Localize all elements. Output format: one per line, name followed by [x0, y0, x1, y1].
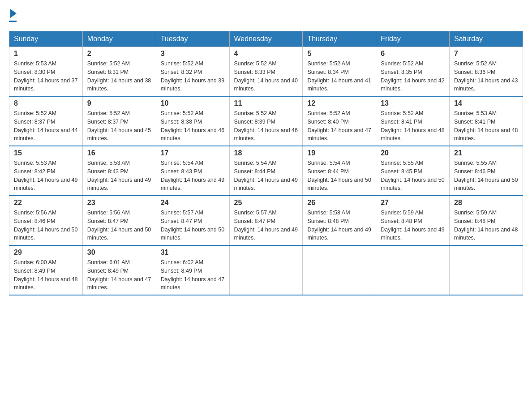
day-info: Sunrise: 5:53 AM Sunset: 8:42 PM Dayligh… — [14, 159, 78, 193]
calendar-cell: 3 Sunrise: 5:52 AM Sunset: 8:32 PM Dayli… — [156, 47, 229, 97]
day-info: Sunrise: 5:59 AM Sunset: 8:48 PM Dayligh… — [381, 209, 445, 242]
calendar-cell: 28 Sunrise: 5:59 AM Sunset: 8:48 PM Dayl… — [450, 196, 523, 245]
day-info: Sunrise: 5:53 AM Sunset: 8:30 PM Dayligh… — [14, 60, 78, 93]
day-number: 26 — [307, 199, 371, 207]
day-number: 5 — [307, 50, 371, 58]
week-row-3: 15 Sunrise: 5:53 AM Sunset: 8:42 PM Dayl… — [9, 146, 523, 196]
calendar-cell: 5 Sunrise: 5:52 AM Sunset: 8:34 PM Dayli… — [303, 47, 376, 97]
day-number: 4 — [234, 50, 298, 58]
day-info: Sunrise: 5:56 AM Sunset: 8:46 PM Dayligh… — [14, 209, 78, 242]
calendar-cell: 20 Sunrise: 5:55 AM Sunset: 8:45 PM Dayl… — [376, 146, 450, 196]
day-number: 17 — [161, 149, 225, 157]
day-info: Sunrise: 5:54 AM Sunset: 8:44 PM Dayligh… — [234, 159, 298, 193]
week-row-1: 1 Sunrise: 5:53 AM Sunset: 8:30 PM Dayli… — [9, 47, 523, 97]
day-info: Sunrise: 5:56 AM Sunset: 8:47 PM Dayligh… — [87, 209, 151, 242]
day-number: 19 — [307, 149, 371, 157]
day-info: Sunrise: 5:53 AM Sunset: 8:43 PM Dayligh… — [87, 159, 151, 193]
week-row-5: 29 Sunrise: 6:00 AM Sunset: 8:49 PM Dayl… — [9, 245, 523, 295]
day-info: Sunrise: 5:52 AM Sunset: 8:37 PM Dayligh… — [14, 109, 78, 143]
calendar-header-row: Sunday Monday Tuesday Wednesday Thursday… — [9, 31, 523, 47]
day-info: Sunrise: 5:52 AM Sunset: 8:41 PM Dayligh… — [381, 109, 445, 143]
day-number: 20 — [381, 149, 445, 157]
day-info: Sunrise: 5:57 AM Sunset: 8:47 PM Dayligh… — [234, 209, 298, 242]
calendar-cell: 16 Sunrise: 5:53 AM Sunset: 8:43 PM Dayl… — [82, 146, 156, 196]
day-number: 25 — [234, 199, 298, 207]
day-info: Sunrise: 5:52 AM Sunset: 8:31 PM Dayligh… — [87, 60, 151, 93]
calendar-cell: 4 Sunrise: 5:52 AM Sunset: 8:33 PM Dayli… — [229, 47, 303, 97]
logo-arrow-icon — [10, 9, 17, 18]
day-info: Sunrise: 5:54 AM Sunset: 8:43 PM Dayligh… — [161, 159, 225, 193]
calendar-cell: 23 Sunrise: 5:56 AM Sunset: 8:47 PM Dayl… — [82, 196, 156, 245]
calendar-cell: 25 Sunrise: 5:57 AM Sunset: 8:47 PM Dayl… — [229, 196, 303, 245]
day-number: 31 — [161, 248, 225, 257]
day-info: Sunrise: 5:52 AM Sunset: 8:38 PM Dayligh… — [161, 109, 225, 143]
day-number: 15 — [14, 149, 78, 157]
day-info: Sunrise: 5:52 AM Sunset: 8:40 PM Dayligh… — [307, 109, 371, 143]
day-number: 9 — [87, 99, 151, 107]
week-row-2: 8 Sunrise: 5:52 AM Sunset: 8:37 PM Dayli… — [9, 96, 523, 146]
calendar-cell: 2 Sunrise: 5:52 AM Sunset: 8:31 PM Dayli… — [82, 47, 156, 97]
day-number: 28 — [454, 199, 518, 207]
col-monday: Monday — [82, 31, 156, 47]
day-number: 18 — [234, 149, 298, 157]
day-info: Sunrise: 6:00 AM Sunset: 8:49 PM Dayligh… — [14, 258, 78, 292]
calendar-cell: 18 Sunrise: 5:54 AM Sunset: 8:44 PM Dayl… — [229, 146, 303, 196]
calendar-cell: 1 Sunrise: 5:53 AM Sunset: 8:30 PM Dayli… — [9, 47, 83, 97]
calendar-cell: 14 Sunrise: 5:53 AM Sunset: 8:41 PM Dayl… — [450, 96, 523, 146]
calendar-cell: 22 Sunrise: 5:56 AM Sunset: 8:46 PM Dayl… — [9, 196, 83, 245]
day-info: Sunrise: 5:57 AM Sunset: 8:47 PM Dayligh… — [161, 209, 225, 242]
day-info: Sunrise: 6:01 AM Sunset: 8:49 PM Dayligh… — [87, 258, 151, 292]
day-number: 30 — [87, 248, 151, 257]
day-info: Sunrise: 5:54 AM Sunset: 8:44 PM Dayligh… — [307, 159, 371, 193]
day-info: Sunrise: 5:52 AM Sunset: 8:33 PM Dayligh… — [234, 60, 298, 93]
day-info: Sunrise: 5:52 AM Sunset: 8:39 PM Dayligh… — [234, 109, 298, 143]
calendar-cell: 19 Sunrise: 5:54 AM Sunset: 8:44 PM Dayl… — [303, 146, 376, 196]
col-sunday: Sunday — [9, 31, 83, 47]
day-info: Sunrise: 5:52 AM Sunset: 8:32 PM Dayligh… — [161, 60, 225, 93]
day-number: 6 — [381, 50, 445, 58]
calendar-cell — [229, 245, 303, 295]
day-info: Sunrise: 5:58 AM Sunset: 8:48 PM Dayligh… — [307, 209, 371, 242]
day-info: Sunrise: 5:52 AM Sunset: 8:37 PM Dayligh… — [87, 109, 151, 143]
week-row-4: 22 Sunrise: 5:56 AM Sunset: 8:46 PM Dayl… — [9, 196, 523, 245]
calendar-table: Sunday Monday Tuesday Wednesday Thursday… — [9, 31, 523, 295]
day-number: 12 — [307, 99, 371, 107]
col-thursday: Thursday — [303, 31, 376, 47]
day-number: 3 — [161, 50, 225, 58]
col-tuesday: Tuesday — [156, 31, 229, 47]
calendar-cell: 27 Sunrise: 5:59 AM Sunset: 8:48 PM Dayl… — [376, 196, 450, 245]
day-info: Sunrise: 6:02 AM Sunset: 8:49 PM Dayligh… — [161, 258, 225, 292]
day-number: 27 — [381, 199, 445, 207]
day-number: 2 — [87, 50, 151, 58]
day-number: 24 — [161, 199, 225, 207]
day-info: Sunrise: 5:55 AM Sunset: 8:45 PM Dayligh… — [381, 159, 445, 193]
calendar-cell: 11 Sunrise: 5:52 AM Sunset: 8:39 PM Dayl… — [229, 96, 303, 146]
calendar-cell: 29 Sunrise: 6:00 AM Sunset: 8:49 PM Dayl… — [9, 245, 83, 295]
day-number: 1 — [14, 50, 78, 58]
col-friday: Friday — [376, 31, 450, 47]
calendar-cell: 10 Sunrise: 5:52 AM Sunset: 8:38 PM Dayl… — [156, 96, 229, 146]
calendar-cell: 8 Sunrise: 5:52 AM Sunset: 8:37 PM Dayli… — [9, 96, 83, 146]
calendar-cell: 9 Sunrise: 5:52 AM Sunset: 8:37 PM Dayli… — [82, 96, 156, 146]
day-number: 23 — [87, 199, 151, 207]
day-number: 29 — [14, 248, 78, 257]
day-number: 21 — [454, 149, 518, 157]
day-info: Sunrise: 5:52 AM Sunset: 8:34 PM Dayligh… — [307, 60, 371, 93]
calendar-cell: 6 Sunrise: 5:52 AM Sunset: 8:35 PM Dayli… — [376, 47, 450, 97]
calendar-cell: 24 Sunrise: 5:57 AM Sunset: 8:47 PM Dayl… — [156, 196, 229, 245]
day-number: 22 — [14, 199, 78, 207]
calendar-cell — [303, 245, 376, 295]
calendar-cell: 17 Sunrise: 5:54 AM Sunset: 8:43 PM Dayl… — [156, 146, 229, 196]
col-saturday: Saturday — [450, 31, 523, 47]
logo — [9, 9, 17, 22]
calendar-cell: 21 Sunrise: 5:55 AM Sunset: 8:46 PM Dayl… — [450, 146, 523, 196]
calendar-cell: 30 Sunrise: 6:01 AM Sunset: 8:49 PM Dayl… — [82, 245, 156, 295]
day-number: 8 — [14, 99, 78, 107]
day-info: Sunrise: 5:52 AM Sunset: 8:36 PM Dayligh… — [454, 60, 518, 93]
day-number: 11 — [234, 99, 298, 107]
calendar-cell: 15 Sunrise: 5:53 AM Sunset: 8:42 PM Dayl… — [9, 146, 83, 196]
day-number: 14 — [454, 99, 518, 107]
calendar-cell: 26 Sunrise: 5:58 AM Sunset: 8:48 PM Dayl… — [303, 196, 376, 245]
calendar-cell — [376, 245, 450, 295]
calendar-cell — [450, 245, 523, 295]
